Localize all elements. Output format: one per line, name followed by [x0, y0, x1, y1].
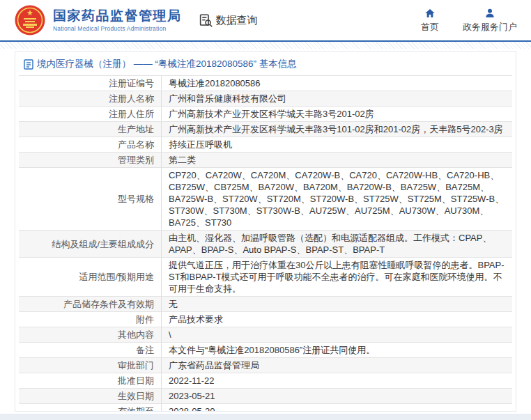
agency-title-block: 国家药品监督管理局 National Medical Products Admi…	[53, 8, 182, 32]
row-label-text: 结构及组成/主要组成成分	[52, 238, 154, 250]
user-icon	[484, 8, 495, 19]
row-label: 其他内容	[19, 327, 162, 342]
row-label: 注册人住所	[19, 107, 162, 121]
table-row: 生效日期2023-05-21	[19, 389, 512, 404]
row-label: 产品名称	[19, 137, 162, 152]
table-row: 附件产品技术要求	[19, 312, 512, 327]
table-row: 结构及组成/主要组成成分由主机、湿化器、加温呼吸管路（选配）和电源适配器组成。工…	[19, 231, 512, 258]
hatch-band	[0, 42, 531, 49]
agency-name-en: National Medical Products Administration	[53, 25, 182, 32]
row-label: 生效日期	[19, 389, 162, 403]
row-label: 附件	[19, 312, 162, 327]
row-label: 生产地址	[19, 122, 162, 137]
row-label-text: 有效期至	[118, 405, 154, 412]
row-label: 结构及组成/主要组成成分	[19, 231, 162, 257]
row-label-text: 适用范围/预期用途	[79, 271, 154, 283]
table-row: 注册证编号粤械注准20182080586	[19, 76, 512, 91]
national-emblem-logo: ★	[14, 4, 46, 36]
row-value: 2022-11-22	[162, 373, 512, 388]
row-label-text: 其他内容	[118, 329, 154, 341]
row-label: 批准日期	[19, 373, 162, 388]
table-row: 注册人住所广州高新技术产业开发区科学城天丰路3号201-02房	[19, 107, 512, 122]
row-value: 无	[162, 297, 512, 311]
table-row: 产品储存条件及有效期无	[19, 297, 512, 312]
row-label: 有效期至	[19, 404, 162, 412]
table-row: 审批部门广东省药品监督管理局	[19, 358, 512, 373]
row-label: 管理类别	[19, 153, 162, 167]
row-label-text: 注册证编号	[109, 77, 154, 89]
row-label: 产品储存条件及有效期	[19, 297, 162, 311]
table-row: 注册人名称广州和普乐健康科技有限公司	[19, 91, 512, 107]
row-label-text: 生产地址	[118, 123, 154, 135]
data-query-link[interactable]: 数据查询	[199, 13, 258, 28]
row-label: 审批部门	[19, 358, 162, 373]
data-query-label: 数据查询	[216, 14, 258, 27]
table-row: 生产地址广州高新技术产业开发区科学城天丰路3号101-02房和201-02房，天…	[19, 122, 512, 137]
site-header: ★ 国家药品监督管理局 National Medical Products Ad…	[0, 0, 531, 40]
table-row: 适用范围/预期用途提供气道正压，用于治疗体重在30公斤以上患有阻塞性睡眠呼吸暂停…	[19, 258, 512, 297]
row-value: 粤械注准20182080586	[162, 76, 512, 91]
row-label-text: 审批部门	[118, 359, 154, 371]
content-panel: 境内医疗器械（注册） —— “粤械注准20182080586” 基本信息 注册证…	[15, 51, 516, 412]
table-row: 有效期至2028-05-20	[19, 404, 512, 412]
row-label-text: 注册人名称	[109, 93, 154, 104]
row-value: 持续正压呼吸机	[162, 137, 512, 152]
row-value: 第二类	[162, 153, 512, 167]
table-row: 备注本文件与“粤械注准20182080586”注册证共同使用。	[19, 343, 512, 358]
home-icon	[424, 8, 436, 19]
row-value: CP720、CA720W、CA720M、CA720W-B、CA720、CA720…	[162, 168, 512, 230]
row-value: 广州和普乐健康科技有限公司	[162, 91, 512, 106]
row-value: 广州高新技术产业开发区科学城天丰路3号101-02房和201-02房，天丰路5号…	[162, 122, 512, 137]
row-label: 型号规格	[19, 168, 162, 230]
row-label-text: 型号规格	[118, 193, 154, 205]
row-value: 广东省药品监督管理局	[162, 358, 512, 373]
nav-gov-portal-label: 政务服务门户	[463, 21, 517, 33]
row-value: 由主机、湿化器、加温呼吸管路（选配）和电源适配器组成。工作模式：CPAP、APA…	[162, 231, 512, 257]
nav-home-label: 首页	[421, 21, 439, 33]
nav-home[interactable]: 首页	[421, 8, 439, 33]
svg-text:★: ★	[26, 8, 33, 17]
table-row: 型号规格CP720、CA720W、CA720M、CA720W-B、CA720、C…	[19, 168, 512, 231]
row-label-text: 注册人住所	[109, 108, 154, 120]
row-value: 提供气道正压，用于治疗体重在30公斤以上患有阻塞性睡眠呼吸暂停的患者。BPAP-…	[162, 258, 512, 296]
document-icon	[24, 59, 33, 70]
nav-gov-portal[interactable]: 政务服务门户	[463, 8, 517, 33]
row-value: \	[162, 327, 512, 342]
row-value: 本文件与“粤械注准20182080586”注册证共同使用。	[162, 343, 512, 357]
row-value: 2023-05-21	[162, 389, 512, 403]
row-label-text: 附件	[136, 313, 154, 325]
footer-strip	[0, 414, 531, 420]
info-table: 注册证编号粤械注准20182080586注册人名称广州和普乐健康科技有限公司注册…	[19, 75, 512, 412]
row-label: 备注	[19, 343, 162, 357]
row-label-text: 产品名称	[118, 139, 154, 150]
table-row: 管理类别第二类	[19, 153, 512, 168]
agency-name-cn: 国家药品监督管理局	[53, 8, 182, 24]
row-value: 广州高新技术产业开发区科学城天丰路3号201-02房	[162, 107, 512, 121]
row-label: 适用范围/预期用途	[19, 258, 162, 296]
document-search-icon	[199, 13, 213, 28]
row-label-text: 批准日期	[118, 375, 154, 387]
page-title: 境内医疗器械（注册） —— “粤械注准20182080586” 基本信息	[15, 52, 516, 75]
row-label: 注册证编号	[19, 76, 162, 91]
row-label-text: 备注	[136, 344, 154, 356]
row-value: 2028-05-20	[162, 404, 512, 412]
row-label-text: 管理类别	[118, 154, 154, 166]
row-label-text: 生效日期	[118, 390, 154, 402]
row-label-text: 产品储存条件及有效期	[63, 298, 154, 310]
row-value: 产品技术要求	[162, 312, 512, 327]
table-row: 其他内容\	[19, 327, 512, 343]
table-row: 产品名称持续正压呼吸机	[19, 137, 512, 153]
row-label: 注册人名称	[19, 91, 162, 106]
table-row: 批准日期2022-11-22	[19, 373, 512, 389]
page-title-text: 境内医疗器械（注册） —— “粤械注准20182080586” 基本信息	[37, 58, 297, 70]
